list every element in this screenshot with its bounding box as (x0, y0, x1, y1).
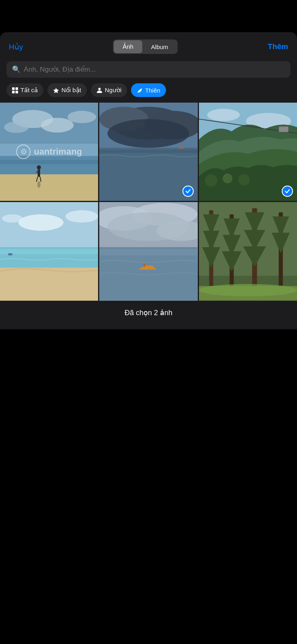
search-input[interactable] (24, 66, 285, 74)
checkmark-icon-3 (284, 188, 291, 194)
filter-tab-thien-label: Thiên (145, 87, 160, 94)
photo-image-2 (99, 103, 197, 201)
svg-point-37 (223, 173, 232, 183)
star-icon (53, 87, 59, 93)
svg-rect-29 (179, 147, 184, 149)
cancel-button[interactable]: Hủy (9, 42, 23, 52)
svg-point-9 (41, 118, 74, 133)
person-icon (96, 87, 102, 93)
filter-tab-tat-ca[interactable]: Tất cả (6, 83, 43, 97)
check-badge-2 (182, 186, 194, 197)
filter-tab-noi-bat[interactable]: Nổi bật (47, 83, 87, 97)
svg-point-31 (207, 109, 240, 121)
photo-cell-1[interactable]: ⊙ uantrimang (0, 103, 98, 201)
photo-cell-2[interactable] (99, 103, 197, 201)
svg-rect-54 (99, 249, 197, 255)
svg-point-20 (37, 181, 41, 188)
svg-rect-55 (143, 264, 145, 267)
photo-cell-6[interactable] (199, 202, 297, 300)
selection-count-label: Đã chọn 2 ảnh (125, 309, 172, 317)
svg-rect-45 (0, 268, 98, 300)
filter-tab-tat-ca-label: Tất cả (20, 87, 38, 94)
segment-anh[interactable]: Ảnh (114, 40, 142, 53)
photo-cell-5[interactable] (99, 202, 197, 300)
svg-point-38 (238, 174, 250, 186)
filter-tab-thien[interactable]: Thiên (131, 83, 166, 97)
segment-control: Ảnh Album (113, 39, 178, 54)
photo-cell-4[interactable] (0, 202, 98, 300)
grid-icon (12, 87, 18, 93)
filter-tab-noi-bat-label: Nổi bật (61, 87, 81, 94)
checkmark-icon-2 (185, 188, 191, 194)
svg-rect-3 (16, 91, 18, 93)
svg-point-36 (205, 174, 217, 187)
photo-picker-modal: Hủy Ảnh Album Thêm 🔍 Tất cả (0, 32, 297, 329)
svg-rect-44 (0, 249, 98, 254)
svg-point-5 (98, 88, 100, 90)
svg-point-63 (199, 284, 297, 297)
svg-rect-46 (8, 254, 12, 256)
svg-rect-14 (0, 174, 98, 201)
photo-image-3 (199, 103, 297, 201)
svg-point-15 (37, 165, 41, 169)
svg-point-41 (66, 211, 98, 223)
svg-point-42 (2, 215, 23, 223)
svg-point-11 (68, 111, 96, 123)
svg-rect-21 (63, 155, 67, 156)
leaf-icon (137, 87, 143, 93)
svg-marker-4 (53, 88, 59, 93)
photo-image-1 (0, 103, 98, 201)
photo-image-4 (0, 202, 98, 300)
svg-rect-34 (279, 126, 288, 132)
filter-tab-nguoi[interactable]: Người (91, 83, 127, 97)
photo-cell-3[interactable] (199, 103, 297, 201)
photo-image-6 (199, 202, 297, 300)
svg-rect-12 (0, 156, 98, 176)
header: Hủy Ảnh Album Thêm (0, 32, 297, 60)
segment-album[interactable]: Album (142, 40, 177, 53)
svg-point-40 (18, 215, 63, 231)
svg-rect-1 (16, 87, 18, 90)
svg-point-10 (4, 122, 29, 133)
svg-rect-13 (0, 160, 98, 164)
top-black-bar (0, 0, 297, 32)
photo-grid: ⊙ uantrimang (0, 103, 297, 301)
search-bar: 🔍 (6, 61, 291, 78)
svg-rect-0 (12, 87, 15, 90)
search-icon: 🔍 (12, 65, 20, 74)
svg-rect-28 (99, 150, 197, 153)
svg-rect-2 (12, 91, 15, 93)
filter-tab-nguoi-label: Người (105, 87, 122, 94)
add-button[interactable]: Thêm (268, 42, 288, 51)
photo-image-5 (99, 202, 197, 300)
svg-rect-16 (38, 169, 40, 177)
filter-tabs: Tất cả Nổi bật Người (0, 83, 297, 103)
bottom-bar: Đã chọn 2 ảnh (0, 301, 297, 329)
svg-point-26 (108, 119, 190, 148)
